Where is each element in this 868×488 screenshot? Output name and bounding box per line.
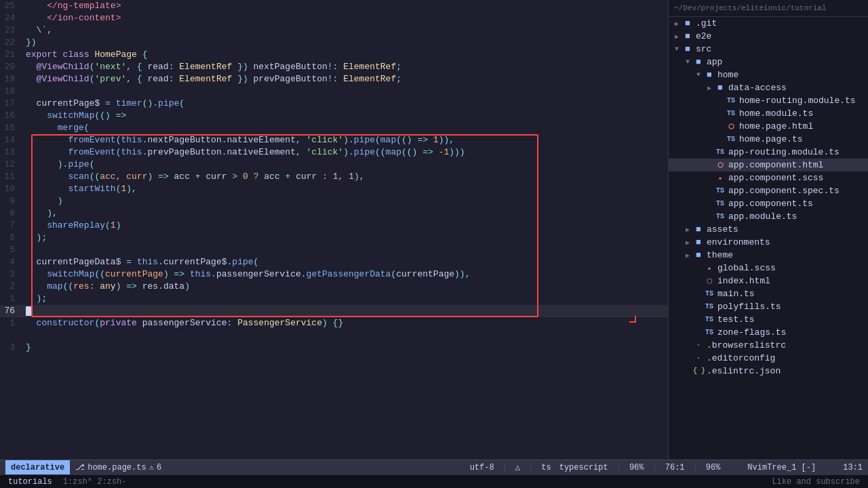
- code-line: 5: [0, 244, 668, 256]
- chevron-right-icon: ▶: [682, 239, 693, 247]
- json-icon: { }: [693, 367, 704, 375]
- tree-item-assets[interactable]: ▶ ■ assets: [669, 223, 868, 236]
- statusbar-nvim: NvimTree_1 [-]: [747, 463, 816, 472]
- tree-item-main-ts[interactable]: TS main.ts: [669, 287, 868, 300]
- tree-item-label: theme: [707, 250, 733, 260]
- tree-item-label: app.component.html: [728, 160, 823, 170]
- ts-icon: TS: [726, 136, 736, 143]
- statusbar-sep1: |: [502, 463, 507, 472]
- statusbar-right: utf-8 | △ | ts typescript | 96% | 76:1 |…: [470, 462, 863, 472]
- tree-item-app-module[interactable]: TS app.module.ts: [669, 210, 868, 223]
- tree-item-polyfills[interactable]: TS polyfills.ts: [669, 300, 868, 313]
- tree-item-home-page-html[interactable]: ⬡ home.page.html: [669, 120, 868, 133]
- tree-item-test-ts[interactable]: TS test.ts: [669, 313, 868, 326]
- tree-item-label: assets: [707, 224, 738, 235]
- scss-icon: ✦: [715, 174, 726, 182]
- statusbar-mode: declarative: [5, 460, 70, 475]
- ts-icon: TS: [715, 213, 726, 220]
- code-line: 6 );: [0, 232, 668, 244]
- main-area: 25 </ng-template> 24 </ion-content> 23 \…: [0, 0, 868, 460]
- code-line: 19 @ViewChild('prev', { read: ElementRef…: [0, 73, 668, 85]
- code-line: [0, 329, 668, 342]
- tree-item-app-routing[interactable]: TS app-routing.module.ts: [669, 146, 868, 159]
- tree-item-environments[interactable]: ▶ ■ environments: [669, 236, 868, 249]
- tree-item-app-component-spec[interactable]: TS app.component.spec.ts: [669, 184, 868, 197]
- code-line: 11 scan((acc, curr) => acc + curr > 0 ? …: [0, 171, 668, 183]
- tree-item-label: main.ts: [717, 289, 755, 299]
- ts-icon: TS: [715, 200, 726, 207]
- ts-icon: TS: [704, 303, 715, 310]
- folder-icon: ■: [682, 31, 693, 41]
- ts-icon: TS: [704, 329, 715, 336]
- chevron-right-icon: ▶: [704, 84, 715, 92]
- tree-item-label: home-routing.module.ts: [739, 96, 856, 106]
- chevron-down-icon: ▼: [693, 71, 704, 79]
- tree-item-app[interactable]: ▼ ■ app: [669, 56, 868, 68]
- tree-item-label: global.scss: [717, 263, 776, 273]
- code-line: 3 }: [0, 342, 668, 354]
- chevron-down-icon: ▼: [671, 45, 682, 53]
- tree-item-label: test.ts: [717, 314, 755, 325]
- statusbar-git-icon: △: [515, 462, 520, 472]
- tree-item-zone-flags[interactable]: TS zone-flags.ts: [669, 326, 868, 339]
- ts-icon: TS: [715, 148, 726, 156]
- code-line: 14 fromEvent(this.nextPageButton.nativeE…: [0, 134, 668, 146]
- tree-item-label: app.component.ts: [728, 199, 813, 209]
- tree-item-src[interactable]: ▼ ■ src: [669, 43, 868, 56]
- file-icon: ·: [693, 354, 704, 362]
- tree-item-editorconfig[interactable]: · .editorconfig: [669, 352, 868, 365]
- tree-item-label: .browserslistrc: [707, 340, 786, 350]
- resize-handle[interactable]: [629, 316, 636, 323]
- tree-item-e2e[interactable]: ▶ ■ e2e: [669, 30, 868, 43]
- tree-item-app-component-ts[interactable]: TS app.component.ts: [669, 197, 868, 210]
- ts-icon: TS: [726, 110, 736, 117]
- folder-icon: ■: [693, 250, 704, 260]
- code-line: 8 ),: [0, 207, 668, 220]
- tree-item-home-routing[interactable]: TS home-routing.module.ts: [669, 94, 868, 107]
- code-line: 25 </ng-template>: [0, 0, 668, 12]
- statusbar-branch-icon: ⎇: [75, 462, 85, 472]
- code-line: 10 startWith(1),: [0, 183, 668, 195]
- tree-item-label: .git: [696, 18, 717, 28]
- tree-item-theme[interactable]: ▶ ■ theme: [669, 249, 868, 262]
- tree-item-git[interactable]: ▶ ■ .git: [669, 17, 868, 30]
- terminal-tab[interactable]: tutorials: [8, 477, 52, 487]
- statusbar-ts-icon: ts: [541, 463, 551, 472]
- tree-item-data-access[interactable]: ▶ ■ data-access: [669, 81, 868, 94]
- folder-icon: ■: [693, 237, 704, 247]
- tree-item-eslintrc[interactable]: { } .eslintrc.json: [669, 365, 868, 378]
- folder-icon: ■: [693, 224, 704, 235]
- tree-item-label: home: [717, 70, 738, 80]
- tree-item-home[interactable]: ▼ ■ home: [669, 68, 868, 81]
- statusbar: declarative ⎇ home.page.ts ⚠ 6 utf-8 | △…: [0, 460, 868, 474]
- code-line-cursor: 76: [0, 305, 668, 317]
- statusbar-file: home.page.ts: [87, 463, 146, 472]
- terminal-bar: tutorials 1:zsh* 2:zsh- Like and subscri…: [0, 474, 868, 488]
- error-count: 6: [157, 463, 161, 472]
- statusbar-col: 13:1: [843, 463, 863, 472]
- code-lines: 25 </ng-template> 24 </ion-content> 23 \…: [0, 0, 668, 354]
- tree-item-global-scss[interactable]: ✦ global.scss: [669, 262, 868, 274]
- statusbar-filetype: typescript: [559, 463, 608, 472]
- code-area[interactable]: 25 </ng-template> 24 </ion-content> 23 \…: [0, 0, 668, 460]
- code-line: 22 }): [0, 37, 668, 49]
- code-line: 13 fromEvent(this.prevPageButton.nativeE…: [0, 146, 668, 159]
- folder-icon: ■: [715, 83, 726, 93]
- tree-item-home-page-ts[interactable]: TS home.page.ts: [669, 133, 868, 146]
- tree-item-label: data-access: [728, 83, 787, 93]
- code-line: 17 currentPage$ = timer().pipe(: [0, 98, 668, 110]
- sidebar: ~/Dev/projects/eliteionic/tutorial ▶ ■ .…: [668, 0, 868, 460]
- ts-icon: TS: [715, 187, 726, 195]
- tree-item-home-module[interactable]: TS home.module.ts: [669, 107, 868, 120]
- statusbar-sep3: |: [616, 463, 621, 472]
- code-line: 20 @ViewChild('next', { read: ElementRef…: [0, 61, 668, 73]
- tree-item-index-html[interactable]: ⬡ index.html: [669, 274, 868, 287]
- terminal-content: 1:zsh* 2:zsh-: [63, 477, 127, 487]
- error-icon: ⚠: [149, 462, 154, 472]
- code-line: 7 shareReplay(1): [0, 220, 668, 232]
- tree-item-browserslistrc[interactable]: · .browserslistrc: [669, 339, 868, 352]
- code-line: 16 switchMap(() =>: [0, 110, 668, 122]
- tree-item-app-component-scss[interactable]: ✦ app.component.scss: [669, 171, 868, 184]
- code-line: 24 </ion-content>: [0, 12, 668, 24]
- tree-item-app-component-html[interactable]: ⬡ app.component.html: [669, 159, 868, 171]
